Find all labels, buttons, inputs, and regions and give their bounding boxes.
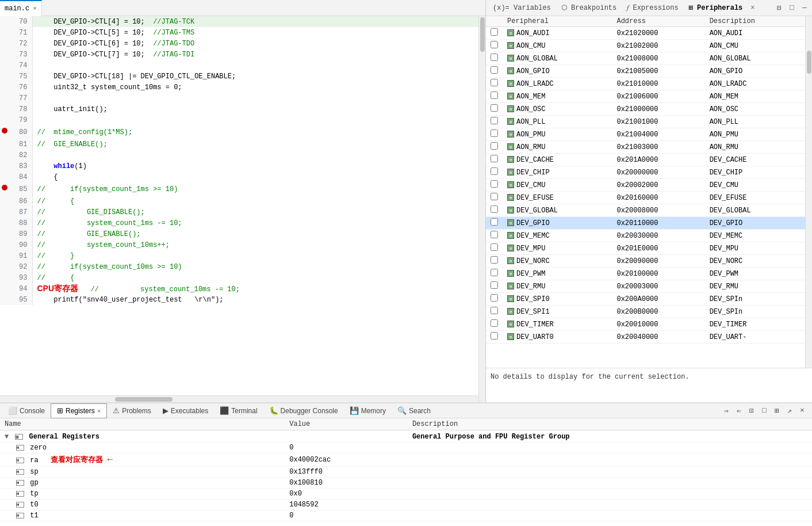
peripheral-checkbox[interactable] — [491, 104, 498, 112]
tab-search[interactable]: 🔍 Search — [392, 403, 436, 418]
peripheral-checkbox[interactable] — [491, 117, 498, 124]
peripheral-checkbox[interactable] — [491, 155, 498, 162]
bottom-content[interactable]: Name Value Description ▼ ⊞ General Regis… — [0, 418, 812, 526]
peripheral-checkbox-cell[interactable] — [486, 179, 503, 192]
peripheral-checkbox[interactable] — [491, 193, 498, 200]
peripheral-checkbox[interactable] — [491, 243, 498, 251]
table-row[interactable]: ⊞DEV_MEMC 0x20030000 DEV_MEMC — [486, 230, 805, 242]
table-row[interactable]: ⊞DEV_TIMER 0x20010000 DEV_TIMER — [486, 318, 805, 331]
peripheral-checkbox-cell[interactable] — [486, 306, 503, 318]
peripheral-checkbox-cell[interactable] — [486, 293, 503, 306]
peripheral-checkbox-cell[interactable] — [486, 52, 503, 65]
vertical-scrollbar[interactable] — [478, 16, 485, 402]
peripheral-checkbox-cell[interactable] — [486, 331, 503, 344]
action-icon-7[interactable]: × — [797, 406, 807, 416]
vertical-scrollbar-thumb[interactable] — [480, 17, 485, 52]
editor-tab-close[interactable]: × — [33, 5, 37, 12]
peripheral-checkbox-cell[interactable] — [486, 242, 503, 255]
code-scroll[interactable]: 70 DEV_GPIO->CTL[4] = 10; //JTAG-TCK 71 … — [0, 16, 478, 395]
minimize-icon[interactable]: — — [799, 3, 810, 13]
table-row[interactable]: ⊞DEV_NORC 0x20090000 DEV_NORC — [486, 255, 805, 268]
table-row[interactable]: ⊞AON_GLOBAL 0x21008000 AON_GLOBAL — [486, 52, 805, 65]
table-row[interactable]: ⊞DEV_EFUSE 0x20160000 DEV_EFUSE — [486, 192, 805, 204]
table-row[interactable]: ⊞DEV_CMU 0x20002000 DEV_CMU — [486, 179, 805, 192]
peripheral-checkbox[interactable] — [491, 92, 498, 99]
table-row[interactable]: ⊞AON_CMU 0x21002000 AON_CMU — [486, 40, 805, 52]
table-row[interactable]: ⊞AON_AUDI 0x21020000 AON_AUDI — [486, 27, 805, 40]
table-row[interactable]: ⊞DEV_SPI0 0x200A0000 DEV_SPIn — [486, 293, 805, 306]
peripherals-scrollbar[interactable] — [805, 16, 812, 368]
collapse-icon[interactable]: ⊟ — [774, 3, 784, 13]
peripheral-checkbox[interactable] — [491, 281, 498, 289]
tab-debugger-console[interactable]: 🐛 Debugger Console — [263, 403, 344, 418]
peripheral-checkbox-cell[interactable] — [486, 116, 503, 128]
panel-close-button[interactable]: × — [750, 4, 754, 12]
peripheral-checkbox[interactable] — [491, 294, 498, 302]
tab-console[interactable]: ⬜ Console — [2, 403, 51, 418]
collapse-group-icon[interactable]: ▼ — [5, 433, 9, 441]
table-row[interactable]: ⊞DEV_GPIO 0x20110000 DEV_GPIO — [486, 217, 805, 230]
peripheral-checkbox-cell[interactable] — [486, 166, 503, 179]
table-row[interactable]: ⊞AON_OSC 0x21000000 AON_OSC — [486, 103, 805, 116]
peripheral-checkbox[interactable] — [491, 66, 498, 74]
table-row[interactable]: ⊞DEV_GLOBAL 0x20008000 DEV_GLOBAL — [486, 204, 805, 217]
peripheral-checkbox[interactable] — [491, 269, 498, 276]
tab-peripherals[interactable]: ⊞ Peripherals — [684, 2, 748, 13]
horizontal-scrollbar[interactable] — [0, 395, 478, 402]
peripheral-checkbox[interactable] — [491, 205, 498, 213]
peripheral-checkbox-cell[interactable] — [486, 230, 503, 242]
registers-tab-close[interactable]: × — [97, 407, 101, 414]
peripheral-checkbox[interactable] — [491, 319, 498, 327]
peripheral-checkbox-cell[interactable] — [486, 40, 503, 52]
table-row[interactable]: ⊞AON_GPIO 0x21005000 AON_GPIO — [486, 65, 805, 78]
action-icon-2[interactable]: ⇐ — [734, 406, 744, 416]
table-row[interactable]: ⊞DEV_MPU 0x201E0000 DEV_MPU — [486, 242, 805, 255]
peripheral-checkbox-cell[interactable] — [486, 141, 503, 154]
table-row[interactable]: ⊞AON_MEM 0x21006000 AON_MEM — [486, 90, 805, 103]
peripheral-checkbox[interactable] — [491, 180, 498, 188]
tab-variables[interactable]: (x)= Variables — [488, 3, 556, 13]
tab-expressions[interactable]: 𝑓 Expressions — [622, 3, 683, 13]
peripherals-scroll[interactable]: Peripheral Address Description ⊞AON_AUDI… — [486, 16, 805, 368]
action-icon-3[interactable]: ⊡ — [746, 406, 757, 416]
peripheral-checkbox[interactable] — [491, 256, 498, 264]
tab-registers[interactable]: ⊞ Registers × — [51, 403, 107, 418]
table-row[interactable]: ⊞DEV_PWM 0x20100000 DEV_PWM — [486, 268, 805, 280]
peripheral-checkbox[interactable] — [491, 28, 498, 36]
peripheral-checkbox[interactable] — [491, 54, 498, 61]
peripheral-checkbox-cell[interactable] — [486, 90, 503, 103]
peripheral-checkbox[interactable] — [491, 41, 498, 48]
tab-problems[interactable]: ⚠ Problems — [107, 403, 157, 418]
peripheral-checkbox-cell[interactable] — [486, 78, 503, 90]
peripherals-scrollbar-thumb[interactable] — [807, 51, 811, 74]
tab-breakpoints[interactable]: ⬡ Breakpoints — [557, 2, 621, 13]
tab-executables[interactable]: ▶ Executables — [157, 403, 214, 418]
table-row[interactable]: ⊞DEV_CACHE 0x201A0000 DEV_CACHE — [486, 154, 805, 166]
register-group-label[interactable]: ▼ ⊞ General Registers — [0, 430, 285, 443]
peripheral-checkbox[interactable] — [491, 218, 498, 226]
peripheral-checkbox[interactable] — [491, 142, 498, 150]
peripheral-checkbox[interactable] — [491, 332, 498, 340]
action-icon-5[interactable]: ⊞ — [772, 406, 782, 416]
peripheral-checkbox-cell[interactable] — [486, 154, 503, 166]
peripheral-checkbox[interactable] — [491, 307, 498, 314]
table-row[interactable]: ⊞AON_PLL 0x21001000 AON_PLL — [486, 116, 805, 128]
tab-memory[interactable]: 💾 Memory — [344, 403, 392, 418]
peripheral-checkbox-cell[interactable] — [486, 27, 503, 40]
peripheral-checkbox-cell[interactable] — [486, 268, 503, 280]
peripheral-checkbox-cell[interactable] — [486, 192, 503, 204]
table-row[interactable]: ⊞AON_RMU 0x21003000 AON_RMU — [486, 141, 805, 154]
peripheral-checkbox[interactable] — [491, 79, 498, 86]
peripheral-checkbox-cell[interactable] — [486, 128, 503, 141]
horizontal-scrollbar-thumb[interactable] — [115, 397, 173, 402]
peripheral-checkbox[interactable] — [491, 167, 498, 175]
table-row[interactable]: ⊞DEV_SPI1 0x200B0000 DEV_SPIn — [486, 306, 805, 318]
action-icon-1[interactable]: ⇒ — [721, 406, 731, 416]
tab-terminal[interactable]: ⬛ Terminal — [214, 403, 263, 418]
editor-tab-main[interactable]: main.c × — [0, 0, 42, 16]
peripheral-checkbox-cell[interactable] — [486, 217, 503, 230]
expand-icon[interactable]: □ — [787, 3, 797, 13]
peripheral-checkbox-cell[interactable] — [486, 103, 503, 116]
peripheral-checkbox-cell[interactable] — [486, 318, 503, 331]
table-row[interactable]: ⊞AON_PMU 0x21004000 AON_PMU — [486, 128, 805, 141]
